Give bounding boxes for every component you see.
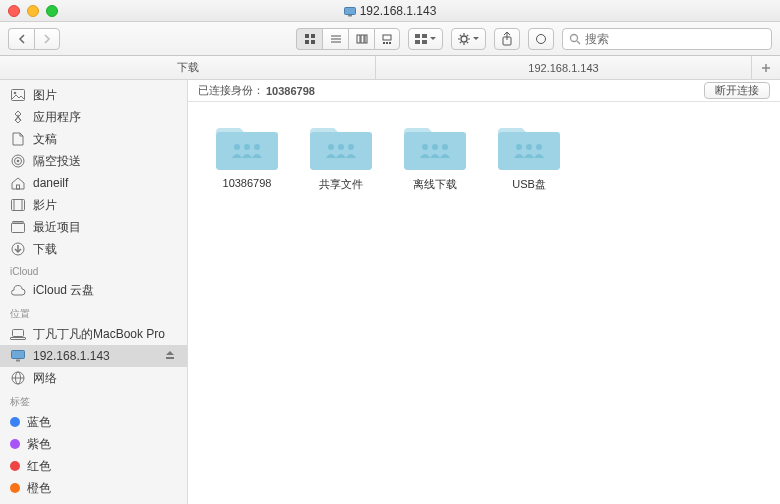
svg-rect-12 bbox=[383, 35, 391, 40]
svg-rect-15 bbox=[389, 42, 391, 44]
sidebar-item-label: 下载 bbox=[33, 241, 57, 258]
svg-point-67 bbox=[442, 144, 448, 150]
folder-item[interactable]: 共享文件 bbox=[304, 120, 378, 192]
picture-icon bbox=[10, 87, 26, 103]
view-gallery-button[interactable] bbox=[374, 28, 400, 50]
forward-button[interactable] bbox=[34, 28, 60, 50]
sidebar-item-label: 图片 bbox=[33, 87, 57, 104]
sidebar-item[interactable]: iCloud 云盘 bbox=[0, 279, 187, 301]
sidebar-item[interactable]: 最近项目 bbox=[0, 216, 187, 238]
sidebar-item[interactable]: 下载 bbox=[0, 238, 187, 260]
action-button[interactable] bbox=[451, 28, 486, 50]
monitor-icon bbox=[10, 348, 26, 364]
connection-prefix: 已连接身份： bbox=[198, 83, 264, 98]
svg-point-65 bbox=[422, 144, 428, 150]
close-window-button[interactable] bbox=[8, 5, 20, 17]
connection-bar: 已连接身份： 10386798 断开连接 bbox=[188, 80, 780, 102]
sidebar-item[interactable]: 图片 bbox=[0, 84, 187, 106]
tag-swatch bbox=[10, 439, 20, 449]
svg-rect-54 bbox=[166, 357, 174, 359]
svg-rect-3 bbox=[311, 34, 315, 38]
view-column-button[interactable] bbox=[348, 28, 374, 50]
pathbar: 下载 192.168.1.143 bbox=[0, 56, 780, 80]
svg-rect-4 bbox=[305, 40, 309, 44]
zoom-window-button[interactable] bbox=[46, 5, 58, 17]
svg-point-32 bbox=[571, 34, 578, 41]
share-button[interactable] bbox=[494, 28, 520, 50]
sidebar-tag-item[interactable]: 红色 bbox=[0, 455, 187, 477]
sidebar-item[interactable]: 影片 bbox=[0, 194, 187, 216]
eject-icon[interactable] bbox=[165, 349, 177, 363]
minimize-window-button[interactable] bbox=[27, 5, 39, 17]
sidebar-item-label: daneilf bbox=[33, 176, 68, 190]
sidebar: 图片 ⋏ 应用程序 文稿 隔空投送 daneilf 影片 最近项目 下载 iCl… bbox=[0, 80, 188, 504]
svg-point-68 bbox=[516, 144, 522, 150]
movie-icon bbox=[10, 197, 26, 213]
sidebar-item-label: 橙色 bbox=[27, 480, 51, 497]
svg-line-28 bbox=[467, 34, 468, 35]
svg-point-62 bbox=[328, 144, 334, 150]
path-tab-right[interactable]: 192.168.1.143 bbox=[376, 56, 752, 79]
svg-rect-19 bbox=[422, 40, 427, 44]
arrange-button[interactable] bbox=[408, 28, 443, 50]
tag-swatch bbox=[10, 483, 20, 493]
sidebar-tag-item[interactable]: 绿色 bbox=[0, 499, 187, 504]
sidebar-tag-item[interactable]: 橙色 bbox=[0, 477, 187, 499]
svg-line-33 bbox=[577, 41, 580, 44]
svg-rect-14 bbox=[386, 42, 388, 44]
sidebar-item[interactable]: 隔空投送 bbox=[0, 150, 187, 172]
sidebar-item-label: iCloud 云盘 bbox=[33, 282, 94, 299]
sidebar-item[interactable]: ⋏ 应用程序 bbox=[0, 106, 187, 128]
svg-rect-0 bbox=[344, 7, 355, 14]
doc-icon bbox=[10, 131, 26, 147]
svg-rect-53 bbox=[16, 360, 20, 362]
sidebar-item[interactable]: 丁凡丁凡的MacBook Pro bbox=[0, 323, 187, 345]
view-icon-button[interactable] bbox=[296, 28, 322, 50]
svg-rect-18 bbox=[415, 40, 420, 44]
back-button[interactable] bbox=[8, 28, 34, 50]
svg-point-60 bbox=[244, 144, 250, 150]
window-title: 192.168.1.143 bbox=[360, 4, 437, 18]
add-tab-button[interactable] bbox=[752, 56, 780, 79]
folder-item[interactable]: 离线下载 bbox=[398, 120, 472, 192]
svg-point-66 bbox=[432, 144, 438, 150]
shared-folder-icon bbox=[216, 120, 278, 173]
svg-rect-36 bbox=[12, 90, 25, 101]
sidebar-heading-locations: 位置 bbox=[0, 301, 187, 323]
svg-point-70 bbox=[536, 144, 542, 150]
svg-line-25 bbox=[460, 34, 461, 35]
search-input[interactable] bbox=[585, 32, 765, 46]
folder-item[interactable]: 10386798 bbox=[210, 120, 284, 192]
svg-point-64 bbox=[348, 144, 354, 150]
sidebar-item[interactable]: 192.168.1.143 bbox=[0, 345, 187, 367]
svg-rect-52 bbox=[12, 351, 25, 359]
shared-folder-icon bbox=[404, 120, 466, 173]
svg-line-26 bbox=[467, 41, 468, 42]
tags-button[interactable] bbox=[528, 28, 554, 50]
folder-label: 10386798 bbox=[223, 177, 272, 189]
sidebar-item-label: 网络 bbox=[33, 370, 57, 387]
view-list-button[interactable] bbox=[322, 28, 348, 50]
titlebar: 192.168.1.143 bbox=[0, 0, 780, 22]
svg-rect-46 bbox=[12, 223, 25, 233]
svg-rect-42 bbox=[17, 185, 20, 189]
sidebar-item[interactable]: 网络 bbox=[0, 367, 187, 389]
folder-label: USB盘 bbox=[512, 177, 546, 192]
search-icon bbox=[569, 33, 581, 45]
recent-icon bbox=[10, 219, 26, 235]
tag-swatch bbox=[10, 461, 20, 471]
path-tab-left[interactable]: 下载 bbox=[0, 56, 376, 79]
svg-rect-16 bbox=[415, 34, 420, 38]
svg-point-41 bbox=[17, 160, 20, 163]
svg-point-61 bbox=[254, 144, 260, 150]
sidebar-tag-item[interactable]: 蓝色 bbox=[0, 411, 187, 433]
disconnect-button[interactable]: 断开连接 bbox=[704, 82, 770, 99]
sidebar-tag-item[interactable]: 紫色 bbox=[0, 433, 187, 455]
sidebar-item[interactable]: daneilf bbox=[0, 172, 187, 194]
folder-item[interactable]: USB盘 bbox=[492, 120, 566, 192]
svg-point-69 bbox=[526, 144, 532, 150]
sidebar-item[interactable]: 文稿 bbox=[0, 128, 187, 150]
folder-label: 共享文件 bbox=[319, 177, 363, 192]
sidebar-item-label: 蓝色 bbox=[27, 414, 51, 431]
search-field[interactable] bbox=[562, 28, 772, 50]
